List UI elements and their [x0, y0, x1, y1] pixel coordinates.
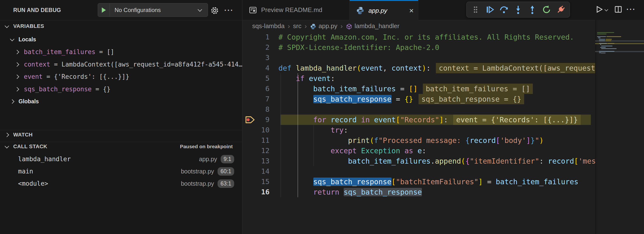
chevron-right-icon [4, 133, 9, 137]
scope-globals[interactable]: Globals [0, 97, 242, 106]
minimap-line [601, 52, 606, 54]
code-line: 4def lambda_handler(event, context):cont… [242, 63, 595, 73]
restart-icon[interactable] [541, 4, 552, 15]
disconnect-icon[interactable] [555, 4, 566, 15]
run-and-debug-sidebar: RUN AND DEBUG No Configurations ··· VARI… [0, 0, 242, 234]
code-text[interactable]: if event: [278, 73, 335, 84]
call-stack-section-header[interactable]: CALL STACK Paused on breakpoint [0, 142, 242, 151]
code-text[interactable]: sqs_batch_response["batchItemFailures"] … [278, 177, 578, 187]
chevron-down-icon [4, 23, 9, 28]
gear-icon[interactable] [210, 6, 220, 15]
drag-handle-icon[interactable] [470, 4, 481, 15]
line-number[interactable]: 13 [242, 156, 270, 166]
minimap-line [606, 39, 612, 40]
code-text[interactable]: batch_item_failures = []batch_item_failu… [278, 84, 533, 94]
line-number[interactable]: 4 [242, 63, 270, 73]
code-text[interactable]: # Copyright Amazon.com, Inc. or its affi… [278, 32, 574, 42]
breadcrumb-folder[interactable]: src [293, 22, 302, 30]
line-column-badge: 63:1 [218, 179, 234, 188]
divider [0, 20, 242, 20]
editor-more-actions-icon[interactable]: ··· [626, 5, 636, 13]
line-number[interactable]: 2 [242, 42, 270, 53]
debug-configurations-dropdown[interactable]: No Configurations [98, 3, 208, 17]
code-line: 12 except Exception as e: [242, 146, 595, 156]
scope-locals[interactable]: Locals [0, 35, 242, 44]
python-icon [310, 23, 316, 30]
start-debug-icon[interactable] [102, 7, 106, 13]
code-text[interactable]: try: [278, 125, 348, 135]
chevron-right-icon [15, 50, 19, 54]
code-text[interactable]: except Exception as e: [278, 146, 426, 156]
chevron-right-icon [15, 87, 19, 91]
step-into-icon[interactable] [512, 4, 524, 15]
indent-guide [280, 73, 281, 197]
chevron-right-icon [10, 99, 14, 104]
line-column-badge: 9:1 [221, 155, 234, 163]
divider [0, 142, 242, 142]
run-dropdown-chevron-icon[interactable] [604, 7, 608, 11]
step-over-icon[interactable] [498, 4, 510, 15]
line-number[interactable]: 11 [242, 135, 270, 146]
code-line: 16 return sqs_batch_response [242, 187, 595, 197]
divider [0, 130, 242, 130]
call-stack-frame[interactable]: main bootstrap.py 60:1 [0, 165, 242, 177]
breadcrumb-folder[interactable]: sqs-lambda [252, 22, 284, 30]
variable-row[interactable]: context = LambdaContext([aws_request_id=… [0, 60, 242, 69]
line-column-badge: 60:1 [218, 167, 234, 176]
line-number[interactable]: 16 [242, 187, 270, 197]
code-line: 8 [242, 104, 595, 115]
code-line: 10 try: [242, 125, 595, 135]
step-out-icon[interactable] [527, 4, 538, 15]
line-number[interactable]: 9 [242, 115, 270, 125]
tab-app-py[interactable]: app.py × [350, 0, 418, 20]
code-line: 1# Copyright Amazon.com, Inc. or its aff… [242, 32, 595, 42]
minimap[interactable] [595, 20, 644, 234]
variables-section-header[interactable]: VARIABLES [0, 22, 242, 30]
minimap-line [600, 47, 606, 48]
line-number[interactable]: 15 [242, 177, 270, 187]
code-line: 9 for record in event["Records"]:event =… [242, 115, 595, 125]
breadcrumb-symbol[interactable]: lambda_handler [354, 22, 399, 30]
code-text[interactable]: def lambda_handler(event, context):conte… [278, 63, 595, 73]
line-number[interactable]: 6 [242, 84, 270, 94]
variable-row[interactable]: event = {'Records': [{...}]} [0, 72, 242, 81]
code-line: 15 sqs_batch_response["batchItemFailures… [242, 177, 595, 187]
code-text[interactable]: # SPDX-License-Identifier: Apache-2.0 [278, 42, 439, 53]
code-text[interactable]: sqs_batch_response = {}sqs_batch_respons… [278, 94, 524, 104]
line-number[interactable]: 5 [242, 73, 270, 84]
code-text[interactable]: print(f"Processed message: {record['body… [278, 135, 544, 146]
indent-guide [314, 125, 314, 166]
minimap-line [608, 43, 614, 44]
code-line: 11 print(f"Processed message: {record['b… [242, 135, 595, 146]
watch-section-header[interactable]: WATCH [0, 130, 242, 139]
code-text[interactable]: for record in event["Records"]:event = {… [278, 115, 581, 125]
code-text[interactable]: return sqs_batch_response [278, 187, 422, 197]
run-python-file-icon[interactable] [594, 5, 604, 14]
line-number[interactable]: 8 [242, 104, 270, 115]
code-line: 2# SPDX-License-Identifier: Apache-2.0 [242, 42, 595, 53]
views-more-actions-icon[interactable]: ··· [224, 6, 234, 14]
line-number[interactable]: 7 [242, 94, 270, 104]
line-number[interactable]: 3 [242, 53, 270, 63]
line-number[interactable]: 14 [242, 166, 270, 177]
line-number[interactable]: 10 [242, 125, 270, 135]
code-editor[interactable]: 1# Copyright Amazon.com, Inc. or its aff… [242, 32, 595, 234]
variable-row[interactable]: sqs_batch_response = {} [0, 85, 242, 94]
continue-icon[interactable] [484, 4, 495, 15]
call-stack-frame[interactable]: <module> bootstrap.py 63:1 [0, 178, 242, 190]
editor-tab-bar: Preview README.md app.py × [242, 0, 644, 20]
split-editor-icon[interactable] [614, 5, 622, 14]
code-line: 7 sqs_batch_response = {}sqs_batch_respo… [242, 94, 595, 104]
code-text[interactable]: batch_item_failures.append({"itemIdentif… [278, 156, 595, 166]
close-icon[interactable]: × [409, 7, 414, 14]
call-stack-frame[interactable]: lambda_handler app.py 9:1 [0, 153, 242, 165]
minimap-line [597, 36, 606, 37]
editor-actions: ··· [594, 5, 636, 14]
line-number[interactable]: 12 [242, 146, 270, 156]
variable-row[interactable]: batch_item_failures = [] [0, 47, 242, 56]
minimap-line [598, 37, 600, 38]
line-number[interactable]: 1 [242, 32, 270, 42]
minimap-line [601, 48, 616, 49]
breadcrumb-file[interactable]: app.py [319, 22, 338, 30]
tab-preview-readme[interactable]: Preview README.md [242, 0, 350, 20]
